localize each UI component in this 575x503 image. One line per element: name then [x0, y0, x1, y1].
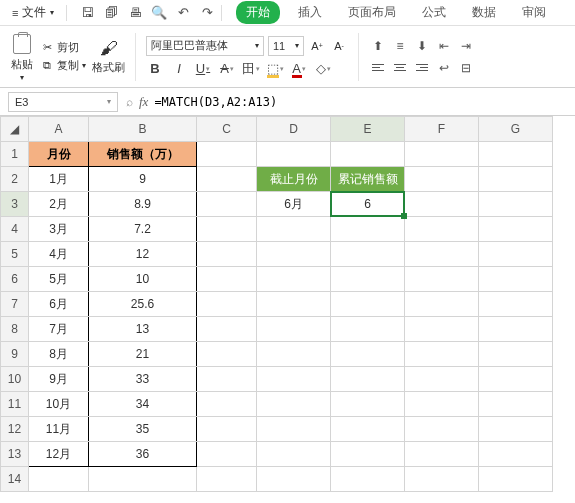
cell[interactable]: [257, 442, 331, 467]
wrap-text-button[interactable]: ↩: [435, 59, 453, 77]
cell[interactable]: 21: [89, 342, 197, 367]
cell[interactable]: [405, 192, 479, 217]
cell[interactable]: [197, 167, 257, 192]
cell[interactable]: [479, 367, 553, 392]
cell[interactable]: [197, 317, 257, 342]
cell[interactable]: 5月: [29, 267, 89, 292]
cut-button[interactable]: ✂剪切: [40, 40, 86, 55]
font-grow-button[interactable]: A+: [308, 37, 326, 55]
align-top-button[interactable]: ⬆: [369, 37, 387, 55]
cell[interactable]: 34: [89, 392, 197, 417]
merge-button[interactable]: ⊟: [457, 59, 475, 77]
font-name-select[interactable]: 阿里巴巴普惠体▾: [146, 36, 264, 56]
cell[interactable]: [257, 367, 331, 392]
col-header[interactable]: F: [405, 117, 479, 142]
cell[interactable]: 36: [89, 442, 197, 467]
cell[interactable]: [257, 342, 331, 367]
cell[interactable]: [405, 342, 479, 367]
row-header[interactable]: 11: [1, 392, 29, 417]
cell[interactable]: 月份: [29, 142, 89, 167]
cell[interactable]: [197, 242, 257, 267]
col-header[interactable]: A: [29, 117, 89, 142]
cell[interactable]: [405, 267, 479, 292]
cell[interactable]: [405, 167, 479, 192]
cell[interactable]: 10: [89, 267, 197, 292]
cell[interactable]: [479, 317, 553, 342]
cell[interactable]: 9: [89, 167, 197, 192]
font-color-button[interactable]: A: [290, 60, 308, 78]
cell[interactable]: [405, 142, 479, 167]
cell[interactable]: [479, 342, 553, 367]
cell[interactable]: [331, 417, 405, 442]
border-button[interactable]: 田: [242, 60, 260, 78]
cell[interactable]: [479, 467, 553, 492]
row-header[interactable]: 13: [1, 442, 29, 467]
cell[interactable]: 6月: [257, 192, 331, 217]
row-header[interactable]: 7: [1, 292, 29, 317]
cell[interactable]: [405, 467, 479, 492]
cell[interactable]: [257, 317, 331, 342]
row-header[interactable]: 8: [1, 317, 29, 342]
cell[interactable]: [331, 392, 405, 417]
cell[interactable]: [405, 392, 479, 417]
font-size-select[interactable]: 11▾: [268, 36, 304, 56]
cell[interactable]: 销售额（万）: [89, 142, 197, 167]
copy-button[interactable]: ⧉复制▾: [40, 58, 86, 73]
undo-icon[interactable]: ↶: [175, 5, 191, 21]
cell[interactable]: [479, 267, 553, 292]
italic-button[interactable]: I: [170, 60, 188, 78]
align-center-button[interactable]: [391, 59, 409, 77]
cell[interactable]: 累记销售额: [331, 167, 405, 192]
row-header[interactable]: 9: [1, 342, 29, 367]
tab-formula[interactable]: 公式: [414, 0, 454, 25]
print-icon[interactable]: 🖶: [127, 5, 143, 21]
cell[interactable]: [197, 267, 257, 292]
cell[interactable]: 25.6: [89, 292, 197, 317]
search-icon[interactable]: ⌕: [126, 95, 133, 109]
tab-layout[interactable]: 页面布局: [340, 0, 404, 25]
cell[interactable]: [479, 142, 553, 167]
tab-review[interactable]: 审阅: [514, 0, 554, 25]
cell[interactable]: [479, 192, 553, 217]
cell[interactable]: [405, 442, 479, 467]
cell[interactable]: [331, 242, 405, 267]
cell[interactable]: [479, 167, 553, 192]
cell[interactable]: 12月: [29, 442, 89, 467]
cell[interactable]: [257, 417, 331, 442]
spreadsheet[interactable]: ◢ A B C D E F G 1 月份 销售额（万） 2 1月 9 截止月份 …: [0, 116, 575, 503]
fx-icon[interactable]: fx: [139, 94, 148, 110]
cell[interactable]: [479, 417, 553, 442]
cell[interactable]: [405, 242, 479, 267]
row-header[interactable]: 1: [1, 142, 29, 167]
cell[interactable]: [331, 142, 405, 167]
cell[interactable]: [257, 467, 331, 492]
print-preview-icon[interactable]: 🔍: [151, 5, 167, 21]
row-header[interactable]: 12: [1, 417, 29, 442]
fill-color-button[interactable]: ⬚: [266, 60, 284, 78]
row-header[interactable]: 14: [1, 467, 29, 492]
cell[interactable]: 10月: [29, 392, 89, 417]
row-header[interactable]: 4: [1, 217, 29, 242]
cell[interactable]: [197, 142, 257, 167]
cell[interactable]: 7月: [29, 317, 89, 342]
strike-button[interactable]: A: [218, 60, 236, 78]
cell[interactable]: [197, 417, 257, 442]
cell[interactable]: [405, 317, 479, 342]
formula-input[interactable]: [154, 92, 567, 112]
cell[interactable]: [331, 217, 405, 242]
cell[interactable]: [197, 467, 257, 492]
cell[interactable]: [197, 367, 257, 392]
col-header[interactable]: G: [479, 117, 553, 142]
cell[interactable]: [257, 142, 331, 167]
cell[interactable]: 1月: [29, 167, 89, 192]
tab-data[interactable]: 数据: [464, 0, 504, 25]
name-box[interactable]: E3 ▾: [8, 92, 118, 112]
file-menu[interactable]: ≡ 文件 ▾: [6, 2, 60, 23]
cell[interactable]: [257, 217, 331, 242]
clear-format-button[interactable]: ◇: [314, 60, 332, 78]
cell[interactable]: 2月: [29, 192, 89, 217]
row-header[interactable]: 6: [1, 267, 29, 292]
format-painter-button[interactable]: 🖌 格式刷: [92, 38, 125, 75]
col-header[interactable]: C: [197, 117, 257, 142]
cell[interactable]: [479, 442, 553, 467]
